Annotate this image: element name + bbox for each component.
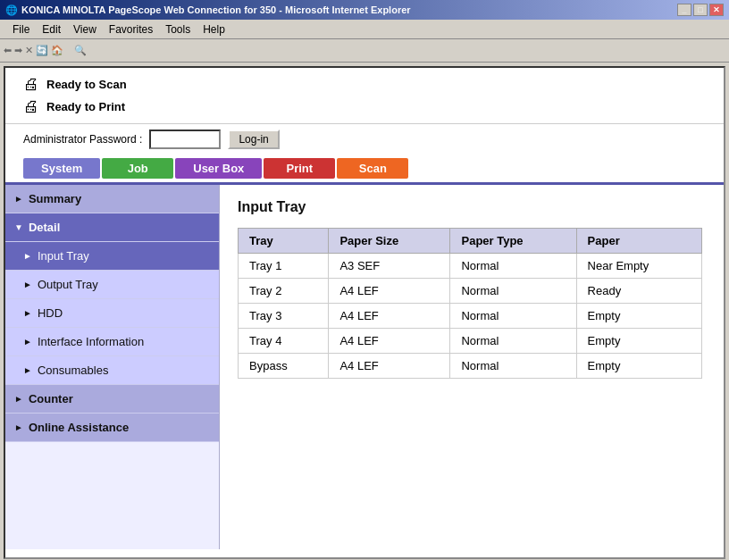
interface-arrow-icon: ► (23, 337, 32, 347)
cell-paper-type-1: Normal (450, 279, 576, 304)
col-header-tray: Tray (239, 229, 329, 254)
print-status-text: Ready to Print (46, 100, 125, 113)
cell-paper-type-2: Normal (450, 304, 576, 329)
sidebar-label-summary: Summary (29, 192, 81, 205)
tab-system[interactable]: System (23, 158, 100, 179)
table-row: Bypass A4 LEF Normal Empty (239, 354, 702, 379)
cell-tray-2: Tray 3 (239, 304, 329, 329)
sidebar-label-hdd: HDD (38, 306, 63, 320)
scan-status-row: 🖨 Ready to Scan (23, 75, 706, 94)
sidebar-label-detail: Detail (29, 221, 60, 234)
cell-paper-size-4: A4 LEF (329, 354, 450, 379)
cell-paper-size-3: A4 LEF (329, 329, 450, 354)
input-tray-table: Tray Paper Size Paper Type Paper Tray 1 … (238, 228, 702, 379)
cell-paper-size-0: A3 SEF (329, 254, 450, 279)
sidebar-label-output-tray: Output Tray (38, 278, 98, 291)
cell-paper-size-2: A4 LEF (329, 304, 450, 329)
admin-password-label: Administrator Password : (23, 133, 142, 146)
cell-tray-4: Bypass (239, 354, 329, 379)
admin-area: Administrator Password : Log-in (5, 124, 724, 155)
title-bar-left: 🌐 KONICA MINOLTA PageScope Web Connectio… (5, 4, 411, 16)
window-content: 🖨 Ready to Scan 🖨 Ready to Print Adminis… (4, 66, 725, 559)
sidebar-item-consumables[interactable]: ► Consumables (5, 356, 219, 385)
maximize-button[interactable]: □ (693, 4, 708, 16)
status-area: 🖨 Ready to Scan 🖨 Ready to Print (5, 68, 724, 124)
sidebar-item-online-assistance[interactable]: ► Online Assistance (5, 414, 219, 442)
sidebar-item-interface-info[interactable]: ► Interface Information (5, 328, 219, 356)
sidebar-item-detail[interactable]: ▼ Detail (5, 213, 219, 242)
table-header-row: Tray Paper Size Paper Type Paper (239, 229, 702, 254)
online-arrow-icon: ► (14, 422, 23, 432)
cell-paper-0: Near Empty (576, 254, 701, 279)
scan-icon: 🖨 (23, 75, 39, 94)
col-header-paper: Paper (576, 229, 701, 254)
login-button[interactable]: Log-in (228, 130, 279, 149)
cell-tray-3: Tray 4 (239, 329, 329, 354)
cell-tray-0: Tray 1 (239, 254, 329, 279)
sidebar: ► Summary ▼ Detail ► Input Tray ► Output… (5, 185, 220, 549)
cell-tray-1: Tray 2 (239, 279, 329, 304)
detail-arrow-icon: ▼ (14, 222, 23, 232)
sidebar-item-input-tray[interactable]: ► Input Tray (5, 242, 219, 271)
ie-toolbar: ⬅ ➡ ✕ 🔄 🏠 🔍 (0, 39, 729, 63)
cell-paper-2: Empty (576, 304, 701, 329)
scan-status-text: Ready to Scan (46, 78, 127, 91)
print-status-row: 🖨 Ready to Print (23, 97, 706, 116)
menu-help[interactable]: Help (197, 22, 230, 37)
title-bar-buttons[interactable]: _ □ ✕ (677, 4, 724, 16)
minimize-button[interactable]: _ (677, 4, 691, 16)
tab-userbox[interactable]: User Box (175, 158, 262, 179)
admin-password-input[interactable] (149, 130, 221, 149)
table-row: Tray 2 A4 LEF Normal Ready (239, 279, 702, 304)
counter-arrow-icon: ► (14, 394, 23, 404)
nav-tabs: System Job User Box Print Scan (5, 155, 724, 185)
cell-paper-3: Empty (576, 329, 701, 354)
cell-paper-type-3: Normal (450, 329, 576, 354)
menu-favorites[interactable]: Favorites (104, 22, 158, 37)
app-icon: 🌐 (5, 4, 18, 16)
content-title: Input Tray (238, 199, 706, 215)
sidebar-item-counter[interactable]: ► Counter (5, 385, 219, 414)
sidebar-label-consumables: Consumables (38, 364, 109, 377)
sidebar-label-input-tray: Input Tray (38, 249, 89, 263)
sidebar-label-interface: Interface Information (38, 335, 144, 348)
table-row: Tray 1 A3 SEF Normal Near Empty (239, 254, 702, 279)
sidebar-label-online-assistance: Online Assistance (29, 421, 129, 434)
main-layout: ► Summary ▼ Detail ► Input Tray ► Output… (5, 185, 724, 549)
title-bar: 🌐 KONICA MINOLTA PageScope Web Connectio… (0, 0, 729, 20)
cell-paper-1: Ready (576, 279, 701, 304)
summary-arrow-icon: ► (14, 194, 23, 204)
input-tray-arrow-icon: ► (23, 251, 32, 261)
menu-tools[interactable]: Tools (160, 22, 196, 37)
content-area: Input Tray Tray Paper Size Paper Type Pa… (220, 185, 724, 549)
menu-file[interactable]: File (7, 22, 35, 37)
tab-print[interactable]: Print (264, 158, 335, 179)
sidebar-item-hdd[interactable]: ► HDD (5, 299, 219, 328)
ie-toolbar-placeholder: ⬅ ➡ ✕ 🔄 🏠 🔍 (4, 45, 87, 56)
sidebar-label-counter: Counter (29, 392, 73, 405)
menu-edit[interactable]: Edit (37, 22, 66, 37)
cell-paper-type-0: Normal (450, 254, 576, 279)
tab-job[interactable]: Job (102, 158, 173, 179)
print-icon: 🖨 (23, 97, 39, 116)
tab-scan[interactable]: Scan (337, 158, 408, 179)
cell-paper-4: Empty (576, 354, 701, 379)
cell-paper-type-4: Normal (450, 354, 576, 379)
col-header-paper-type: Paper Type (450, 229, 576, 254)
close-button[interactable]: ✕ (709, 4, 724, 16)
consumables-arrow-icon: ► (23, 365, 32, 375)
table-row: Tray 4 A4 LEF Normal Empty (239, 329, 702, 354)
menu-bar: File Edit View Favorites Tools Help (0, 20, 729, 39)
menu-view[interactable]: View (68, 22, 102, 37)
cell-paper-size-1: A4 LEF (329, 279, 450, 304)
sidebar-item-summary[interactable]: ► Summary (5, 185, 219, 213)
sidebar-item-output-tray[interactable]: ► Output Tray (5, 271, 219, 299)
hdd-arrow-icon: ► (23, 308, 32, 318)
table-row: Tray 3 A4 LEF Normal Empty (239, 304, 702, 329)
window-title: KONICA MINOLTA PageScope Web Connection … (21, 4, 411, 15)
output-tray-arrow-icon: ► (23, 280, 32, 289)
col-header-paper-size: Paper Size (329, 229, 450, 254)
